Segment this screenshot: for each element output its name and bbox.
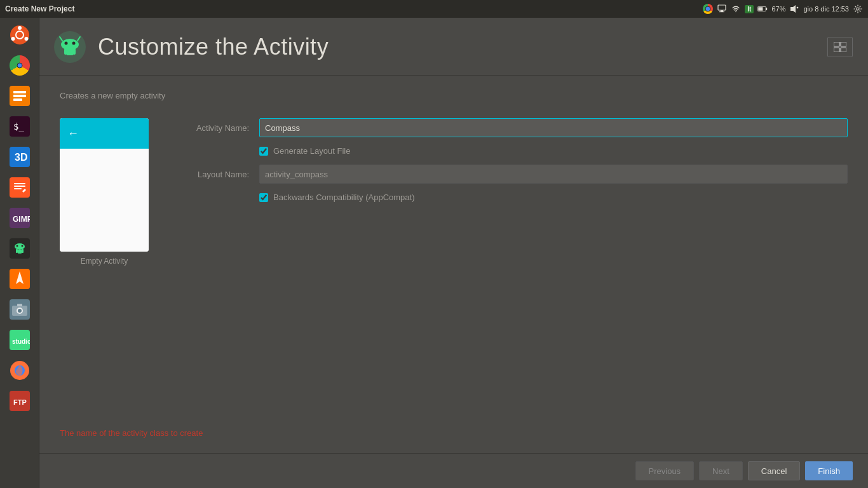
svg-rect-36 bbox=[18, 250, 22, 254]
layout-toggle-button[interactable] bbox=[827, 37, 853, 57]
sidebar-app-terminal[interactable]: $_ bbox=[5, 112, 34, 141]
svg-rect-61 bbox=[834, 48, 839, 52]
sidebar-app-editor[interactable] bbox=[5, 173, 34, 202]
datetime: gio 8 dic 12:53 bbox=[803, 5, 849, 13]
window-title: Create New Project bbox=[5, 4, 74, 13]
chrome-taskbar-icon bbox=[703, 4, 713, 14]
svg-point-52 bbox=[65, 42, 68, 45]
svg-point-53 bbox=[72, 42, 76, 45]
svg-rect-18 bbox=[13, 95, 26, 97]
svg-text:GIMP: GIMP bbox=[13, 215, 30, 224]
sidebar-app-gimp[interactable]: GIMP bbox=[5, 203, 34, 233]
activity-name-row: Activity Name: bbox=[179, 118, 848, 137]
svg-rect-26 bbox=[14, 186, 25, 187]
header-left: Customize the Activity bbox=[52, 29, 329, 65]
layout-name-input[interactable] bbox=[259, 165, 848, 184]
cancel-button[interactable]: Cancel bbox=[748, 461, 800, 480]
svg-rect-27 bbox=[14, 188, 22, 189]
svg-rect-43 bbox=[17, 304, 22, 306]
svg-rect-35 bbox=[22, 249, 24, 253]
activity-name-label: Activity Name: bbox=[179, 123, 249, 133]
it-badge: It bbox=[745, 5, 754, 13]
next-button[interactable]: Next bbox=[699, 461, 743, 480]
android-logo bbox=[52, 29, 88, 65]
svg-rect-60 bbox=[841, 42, 846, 46]
svg-rect-34 bbox=[16, 249, 18, 253]
sidebar-app-files[interactable] bbox=[5, 81, 34, 111]
activity-preview: ← Empty Activity bbox=[60, 118, 149, 266]
sidebar: $_ 3D GIMP bbox=[0, 18, 39, 488]
sidebar-app-filezilla[interactable]: FTP bbox=[5, 386, 34, 416]
header: Customize the Activity bbox=[39, 18, 868, 76]
svg-text:3D: 3D bbox=[15, 152, 27, 163]
svg-rect-56 bbox=[67, 49, 73, 55]
wifi-icon bbox=[731, 4, 741, 14]
svg-point-3 bbox=[735, 11, 736, 13]
activity-name-input[interactable] bbox=[259, 118, 848, 137]
svg-rect-24 bbox=[10, 177, 30, 198]
main-area: Customize the Activity Creates a new emp… bbox=[39, 18, 868, 488]
svg-text:studio: studio bbox=[12, 338, 30, 345]
activity-type-label: Empty Activity bbox=[81, 257, 128, 266]
svg-rect-59 bbox=[834, 42, 839, 46]
form-fields: Activity Name: Generate Layout File Layo… bbox=[179, 118, 848, 202]
taskbar: Create New Project It bbox=[0, 0, 868, 18]
footer: Previous Next Cancel Finish bbox=[39, 453, 868, 488]
svg-rect-19 bbox=[13, 98, 22, 101]
svg-point-33 bbox=[21, 245, 23, 247]
back-arrow-icon: ← bbox=[67, 127, 79, 140]
svg-point-42 bbox=[18, 309, 22, 313]
svg-marker-7 bbox=[790, 5, 796, 13]
svg-point-31 bbox=[15, 243, 25, 250]
phone-header: ← bbox=[60, 118, 149, 149]
svg-rect-2 bbox=[719, 11, 724, 12]
sidebar-app-firefox[interactable] bbox=[5, 356, 34, 385]
generate-layout-row: Generate Layout File bbox=[179, 146, 848, 156]
svg-point-10 bbox=[857, 8, 859, 10]
layout-name-row: Layout Name: bbox=[179, 165, 848, 184]
svg-rect-25 bbox=[14, 183, 25, 184]
sidebar-app-chrome[interactable] bbox=[5, 51, 34, 80]
description: Creates a new empty activity bbox=[60, 91, 848, 100]
battery-percent: 67% bbox=[771, 5, 785, 13]
generate-layout-label[interactable]: Generate Layout File bbox=[273, 146, 350, 156]
previous-button[interactable]: Previous bbox=[635, 461, 695, 480]
monitor-icon bbox=[717, 4, 727, 14]
battery-icon bbox=[757, 4, 768, 14]
svg-text:FTP: FTP bbox=[13, 398, 27, 406]
phone-mockup: ← bbox=[60, 118, 149, 252]
backwards-compat-label[interactable]: Backwards Compatibility (AppCompat) bbox=[273, 193, 415, 202]
backwards-compat-checkbox[interactable] bbox=[259, 193, 268, 202]
sidebar-app-android-studio[interactable] bbox=[5, 234, 34, 263]
page-title: Customize the Activity bbox=[98, 34, 329, 60]
svg-point-14 bbox=[11, 37, 15, 41]
sidebar-app-firebase[interactable] bbox=[5, 264, 34, 294]
layout-name-label: Layout Name: bbox=[179, 170, 249, 179]
form-area: ← Empty Activity Activity Name: Generate… bbox=[60, 118, 848, 266]
svg-text:$_: $_ bbox=[13, 121, 24, 132]
sidebar-app-android[interactable]: studio bbox=[5, 325, 34, 355]
svg-point-13 bbox=[18, 26, 22, 30]
svg-rect-6 bbox=[759, 7, 763, 11]
generate-layout-checkbox[interactable] bbox=[259, 147, 268, 156]
svg-rect-1 bbox=[721, 10, 723, 11]
phone-body bbox=[60, 149, 149, 252]
svg-rect-62 bbox=[841, 48, 846, 52]
svg-rect-17 bbox=[13, 91, 26, 93]
taskbar-right: It 67% gio 8 dic 12:53 bbox=[703, 4, 863, 14]
sidebar-app-ubuntu[interactable] bbox=[5, 20, 34, 50]
svg-rect-5 bbox=[766, 8, 768, 10]
svg-point-15 bbox=[24, 37, 28, 41]
content-area: Creates a new empty activity ← Empty Act… bbox=[39, 76, 868, 453]
backwards-compat-row: Backwards Compatibility (AppCompat) bbox=[179, 193, 848, 202]
svg-rect-0 bbox=[718, 5, 726, 10]
hint-text: The name of the activity class to create bbox=[60, 416, 848, 438]
mute-icon bbox=[789, 4, 799, 14]
svg-point-51 bbox=[61, 39, 79, 50]
svg-point-32 bbox=[16, 245, 18, 247]
sidebar-app-unity[interactable]: 3D bbox=[5, 142, 34, 172]
settings-icon[interactable] bbox=[853, 4, 863, 14]
sidebar-app-camera[interactable] bbox=[5, 295, 34, 324]
finish-button[interactable]: Finish bbox=[805, 461, 853, 480]
